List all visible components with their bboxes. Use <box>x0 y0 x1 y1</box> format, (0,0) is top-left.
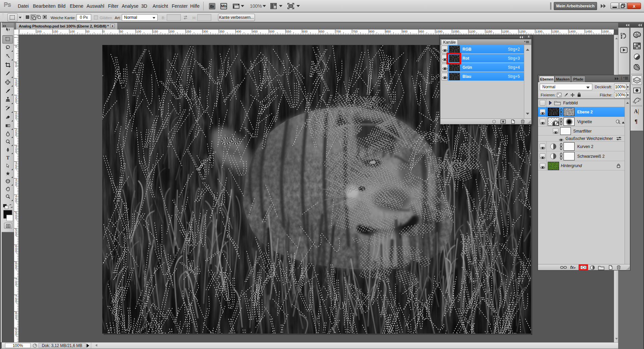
svg-text:T: T <box>6 155 9 160</box>
